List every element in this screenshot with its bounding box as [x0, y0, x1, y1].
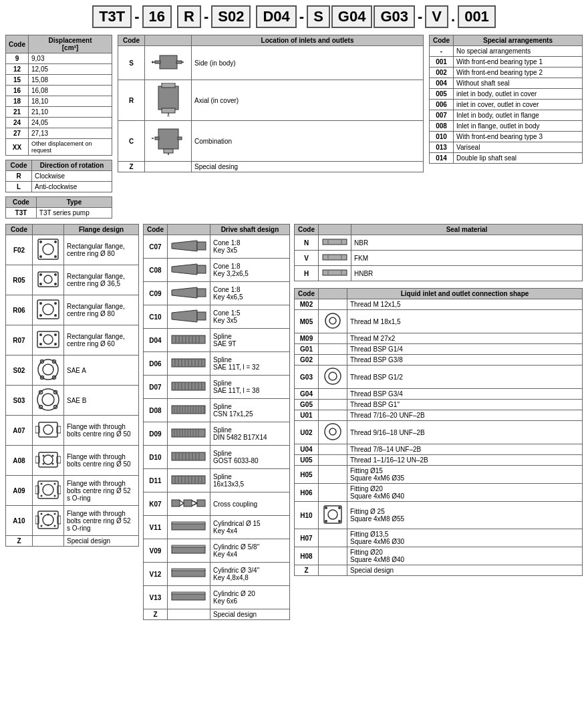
conn-code-header: Code [295, 289, 319, 299]
svg-rect-1 [155, 61, 160, 63]
svg-rect-175 [172, 545, 205, 547]
type-table: Code Type T3T T3T series pump [5, 196, 112, 219]
svg-rect-183 [323, 255, 347, 260]
code-24: 24 [6, 118, 29, 128]
loc-code-header: Code [118, 35, 145, 46]
svg-point-65 [43, 463, 45, 465]
drive-desc-v11: Cylindrical Ø 15Key 4x4 [210, 516, 290, 539]
drive-code-v11: V11 [144, 516, 168, 539]
svg-point-50 [42, 394, 54, 406]
flange-icon-a09 [33, 476, 64, 506]
drive-code-c07: C07 [144, 235, 168, 259]
conn-icon-header [319, 289, 347, 299]
flange-desc-s02: SAE A [64, 355, 139, 386]
drive-icon-c07 [168, 235, 210, 259]
spec-desc-header: Special arrangements [454, 35, 583, 46]
svg-line-171 [192, 503, 197, 506]
s03-icon [35, 387, 61, 412]
flange-table: Code Flange design F02 [5, 224, 139, 547]
flange-row-s03: S03 SAE B [6, 386, 139, 416]
svg-rect-8 [162, 108, 175, 113]
conn-row-u01: U01 Thread 7/16–20 UNF–2B [295, 410, 583, 421]
svg-point-29 [39, 283, 42, 285]
disp-15: 15,08 [29, 75, 112, 86]
svg-point-36 [54, 314, 57, 317]
axial-in-cover-icon [152, 83, 185, 116]
svg-point-80 [54, 513, 56, 515]
seal-icon-n [319, 235, 351, 251]
drive-icon-header [168, 225, 210, 235]
d10-icon [170, 447, 207, 466]
drive-code-c09: C09 [144, 282, 168, 305]
conn-desc-u04: Thread 7/8–14 UNF–2B [347, 444, 583, 455]
conn-desc-m02: Thread M 12x1,5 [347, 299, 583, 310]
flange-code-a07: A07 [6, 416, 33, 446]
spec-008: Inlet in flange, outlet in body [454, 121, 583, 132]
flange-code-z: Z [6, 536, 33, 547]
svg-rect-15 [178, 137, 182, 140]
drive-desc-d04: SplineSAE 9T [210, 329, 290, 352]
drive-row-c10: C10 Cone 1:5Key 3x5 [144, 305, 290, 329]
page: T3T - 16 R - S02 D04 - S G04 G03 - V . 0… [0, 0, 588, 625]
svg-rect-2 [176, 61, 182, 63]
disp-value-header: Displacement[cm³] [29, 35, 112, 53]
drive-desc-v09: Cylindric Ø 5/8''Key 4x4 [210, 539, 290, 563]
m05-conn-icon [321, 311, 344, 330]
drive-code-d04: D04 [144, 329, 168, 352]
svg-point-49 [37, 389, 59, 410]
drive-code-c10: C10 [144, 305, 168, 329]
drive-icon-d10 [168, 446, 210, 469]
drive-row-d06: D06 [144, 352, 290, 376]
connection-table: Code Liquid inlet and outlet connection … [294, 288, 583, 576]
drive-row-v09: V09 Cylindric Ø 5/8''Key 4x4 [144, 539, 290, 563]
drive-desc-d07: SplineSAE 11T, l = 38 [210, 376, 290, 399]
drive-icon-c10 [168, 305, 210, 329]
table-row: 9 9,03 [6, 53, 112, 64]
disp-21: 21,10 [29, 107, 112, 118]
svg-point-32 [43, 304, 53, 315]
pn-v: V [425, 5, 448, 28]
svg-point-76 [43, 515, 53, 525]
conn-desc-g01: Thread BSP G1/4 [347, 344, 583, 355]
flange-row-r05: R05 Rectangular flange, centre ring Ø 36… [6, 265, 139, 295]
spec-007: Inlet in body, outlet in flange [454, 110, 583, 121]
flange-column: Code Flange design F02 [5, 224, 139, 620]
disp-9: 9,03 [29, 53, 112, 64]
conn-row-m09: M09 Thread M 27x2 [295, 333, 583, 344]
conn-code-g04: G04 [295, 389, 319, 400]
svg-point-21 [39, 241, 42, 243]
table-row: 010 With front-end bearing type 3 [430, 132, 583, 142]
seal-desc-h: HNBR [351, 266, 583, 281]
pn-16: 16 [142, 5, 172, 28]
drive-icon-d11 [168, 469, 210, 492]
table-row: 24 24,05 [6, 118, 112, 128]
conn-desc-m05: Thread M 18x1,5 [347, 310, 583, 333]
drive-desc-z: Special design [210, 609, 290, 620]
seal-table: Code Seal material N NBR [294, 224, 583, 281]
svg-point-39 [39, 333, 42, 336]
drive-code-v12: V12 [144, 563, 168, 586]
svg-point-23 [39, 255, 42, 258]
middle-top: Code Location of inlets and outlets S [118, 35, 424, 219]
conn-code-h05: H05 [295, 466, 319, 484]
conn-code-h08: H08 [295, 547, 319, 565]
table-row: XX Other displacement on request [6, 139, 112, 156]
svg-marker-89 [172, 287, 197, 298]
flange-icon-s03 [33, 386, 64, 416]
drive-desc-d11: Spline16x13x3,5 [210, 469, 290, 492]
svg-marker-12 [167, 116, 170, 116]
conn-row-m05: M05 Thread M 18x1,5 [295, 310, 583, 333]
pn-s02: S02 [211, 5, 251, 28]
svg-point-63 [43, 455, 45, 457]
svg-rect-165 [172, 500, 180, 507]
drive-row-d08: D08 [144, 399, 290, 422]
code-z-loc: Z [118, 162, 145, 172]
flange-row-r06: R06 Rectangular flange, centre ring Ø 80 [6, 295, 139, 325]
flange-code-s02: S02 [6, 355, 33, 386]
svg-point-60 [43, 455, 53, 464]
spec-013: Variseal [454, 142, 583, 153]
svg-point-30 [54, 283, 57, 285]
flange-code-r07: R07 [6, 325, 33, 355]
conn-code-h10: H10 [295, 502, 319, 529]
table-row: 002 With front-end bearing type 2 [430, 67, 583, 78]
